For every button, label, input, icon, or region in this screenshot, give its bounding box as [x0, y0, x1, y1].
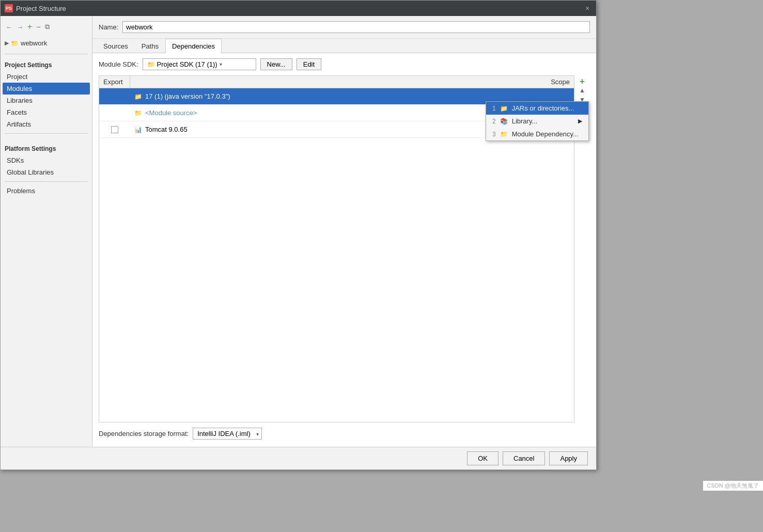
sidebar-item-modules[interactable]: Modules — [3, 83, 90, 95]
ok-button[interactable]: OK — [467, 451, 499, 465]
sidebar-item-global-libraries[interactable]: Global Libraries — [1, 166, 92, 178]
menu-item-num-3: 3 — [492, 131, 496, 138]
dep-jdk-icon: 📁 — [134, 93, 142, 100]
sdk-new-button[interactable]: New... — [260, 58, 292, 70]
dep-name-cell: 📁 <Module source> — [130, 107, 522, 119]
add-module-button[interactable]: + — [26, 21, 33, 33]
project-settings-label: Project Settings — [1, 57, 92, 71]
sidebar-item-facets[interactable]: Facets — [1, 106, 92, 118]
back-button[interactable]: ← — [5, 21, 13, 33]
title-bar: PS Project Structure × — [1, 1, 596, 16]
menu-item-label-3: Module Dependency... — [512, 130, 579, 138]
dep-export-cell — [99, 124, 130, 135]
sidebar-item-problems[interactable]: Problems — [1, 185, 92, 197]
module-tree: ▶ 📁 webwork — [1, 36, 92, 51]
sidebar-item-artifacts[interactable]: Artifacts — [1, 118, 92, 130]
name-input[interactable] — [122, 21, 590, 33]
dep-table-header: Export Scope — [99, 76, 574, 88]
dep-scope-cell — [522, 95, 574, 99]
dep-export-cell — [99, 95, 130, 99]
menu-item-label-1: JARs or directories... — [512, 104, 574, 112]
forward-button[interactable]: → — [15, 21, 24, 33]
tree-item-label: webwork — [21, 39, 47, 47]
dialog-title: Project Structure — [16, 5, 66, 12]
tab-paths[interactable]: Paths — [135, 39, 165, 53]
sdk-dropdown-arrow: ▾ — [220, 61, 222, 67]
col-scope: Scope — [522, 76, 574, 88]
dep-tomcat-label: Tomcat 9.0.65 — [145, 126, 188, 133]
app-icon: PS — [5, 4, 13, 12]
sidebar-divider-1 — [5, 54, 88, 54]
menu-item-icon-3: 📁 — [500, 131, 508, 138]
dep-jdk-label: 17 (1) (java version "17.0.3") — [145, 92, 230, 100]
dep-tomcat-icon: 📊 — [134, 126, 142, 133]
storage-format-select[interactable]: IntelliJ IDEA (.iml) — [193, 428, 262, 440]
storage-label: Dependencies storage format: — [99, 430, 189, 437]
menu-item-icon-2: 📚 — [500, 118, 508, 125]
platform-settings-label: Platform Settings — [1, 141, 92, 154]
dep-name-cell: 📁 17 (1) (java version "17.0.3") — [130, 90, 522, 102]
context-menu-item-module-dep[interactable]: 3 📁 Module Dependency... — [486, 128, 588, 140]
watermark: CSDN @地天煞鬼了 — [703, 481, 763, 491]
sdk-label: Module SDK: — [99, 60, 138, 68]
dep-move-up-button[interactable]: ▲ — [578, 86, 586, 95]
sdk-icon: 📁 — [147, 61, 155, 68]
tree-item-webwork[interactable]: ▶ 📁 webwork — [1, 38, 92, 49]
dep-module-source-label: <Module source> — [145, 109, 197, 117]
sdk-select[interactable]: 📁 Project SDK (17 (1)) ▾ — [143, 58, 256, 70]
apply-button[interactable]: Apply — [549, 451, 588, 465]
dep-export-cell — [99, 111, 130, 115]
module-sdk-row: Module SDK: 📁 Project SDK (17 (1)) ▾ New… — [99, 58, 590, 70]
sdk-edit-button[interactable]: Edit — [297, 58, 321, 70]
tree-arrow: ▶ — [5, 40, 9, 46]
tab-sources[interactable]: Sources — [97, 39, 135, 53]
sidebar-item-sdks[interactable]: SDKs — [1, 154, 92, 166]
close-button[interactable]: × — [583, 4, 592, 13]
tabs-bar: Sources Paths Dependencies — [92, 39, 596, 53]
module-icon: 📁 — [11, 40, 19, 47]
storage-format-row: Dependencies storage format: IntelliJ ID… — [99, 423, 590, 442]
sdk-select-value: Project SDK (17 (1)) — [157, 60, 217, 68]
context-menu: 1 📁 JARs or directories... 2 📚 Library..… — [486, 101, 589, 141]
menu-item-num-1: 1 — [492, 105, 496, 112]
dep-export-checkbox[interactable] — [111, 126, 118, 133]
col-export: Export — [99, 76, 130, 88]
main-content: Name: Sources Paths Dependencies Module … — [92, 16, 596, 447]
context-menu-item-jars[interactable]: 1 📁 JARs or directories... — [486, 102, 588, 115]
menu-item-icon-1: 📁 — [500, 105, 508, 112]
menu-item-arrow-2: ▶ — [578, 118, 582, 124]
remove-module-button[interactable]: − — [35, 21, 41, 33]
dialog-footer: OK Cancel Apply — [1, 447, 596, 470]
dep-name-cell: 📊 Tomcat 9.0.65 — [130, 123, 522, 135]
col-name — [130, 76, 522, 88]
nav-buttons: ← → + − ⧉ — [1, 18, 92, 36]
copy-module-button[interactable]: ⧉ — [44, 21, 51, 33]
sidebar-divider-3 — [5, 181, 88, 182]
menu-item-num-2: 2 — [492, 118, 496, 125]
name-label: Name: — [99, 23, 118, 31]
name-bar: Name: — [92, 16, 596, 39]
dep-add-button[interactable]: + — [580, 77, 584, 86]
dep-module-source-icon: 📁 — [134, 109, 142, 117]
sidebar-item-project[interactable]: Project — [1, 71, 92, 83]
storage-select-wrap[interactable]: IntelliJ IDEA (.iml) — [193, 428, 262, 440]
tab-dependencies[interactable]: Dependencies — [165, 39, 222, 53]
sidebar-item-libraries[interactable]: Libraries — [1, 95, 92, 106]
context-menu-item-library[interactable]: 2 📚 Library... ▶ — [486, 115, 588, 128]
menu-item-label-2: Library... — [512, 117, 538, 125]
cancel-button[interactable]: Cancel — [503, 451, 545, 465]
sidebar: ← → + − ⧉ ▶ 📁 webwork Project Settings — [1, 16, 92, 447]
sidebar-divider-2 — [5, 133, 88, 134]
